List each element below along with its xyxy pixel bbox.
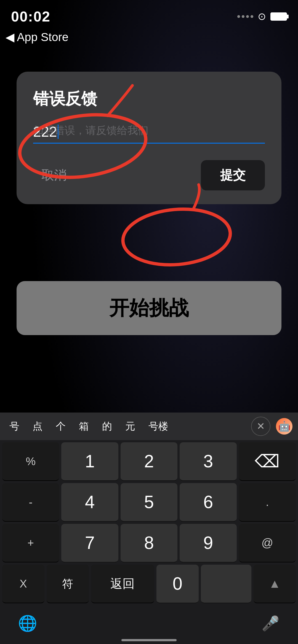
wifi-icon: ⊙ <box>258 11 266 22</box>
home-indicator <box>121 639 177 641</box>
suggestions-delete[interactable]: ✕ <box>251 417 270 436</box>
suggestion-items: 号 点 个 箱 的 元 号楼 <box>3 417 268 436</box>
key-2[interactable]: 2 <box>121 442 177 481</box>
suggestion-的[interactable]: 的 <box>95 417 119 436</box>
signal-dot <box>237 15 240 18</box>
signal-dots <box>237 15 253 18</box>
keyboard-rows: % 1 2 3 ⌫ - 4 5 <box>0 440 298 603</box>
key-7[interactable]: 7 <box>61 524 118 562</box>
key-space[interactable] <box>201 565 251 603</box>
cancel-button[interactable]: 取消 <box>33 161 75 189</box>
key-percent[interactable]: % <box>2 442 59 481</box>
input-container: 如遇错误，请反馈给我们 222 <box>33 123 265 144</box>
suggestion-个[interactable]: 个 <box>49 417 72 436</box>
signal-dot <box>251 15 253 18</box>
key-6[interactable]: 6 <box>180 483 236 522</box>
key-return[interactable]: 返回 <box>91 565 154 603</box>
key-1[interactable]: 1 <box>61 442 118 481</box>
key-plus[interactable]: + <box>2 524 59 562</box>
feedback-dialog: 错误反馈 如遇错误，请反馈给我们 222 取消 提交 <box>17 72 281 204</box>
key-at[interactable]: @ <box>239 524 296 562</box>
battery-icon <box>270 12 287 21</box>
status-icons: ⊙ <box>237 11 287 22</box>
back-button[interactable]: ◀ App Store <box>6 30 68 44</box>
key-dismiss[interactable]: ▲ <box>254 565 296 603</box>
key-4[interactable]: 4 <box>61 483 118 522</box>
key-row-4: X 符 返回 0 ▲ <box>2 565 296 603</box>
key-5[interactable]: 5 <box>121 483 177 522</box>
submit-button[interactable]: 提交 <box>201 160 265 190</box>
back-label: ◀ App Store <box>6 30 68 44</box>
key-symbols[interactable]: 符 <box>47 565 89 603</box>
globe-icon: 🌐 <box>18 614 37 632</box>
mic-icon: 🎤 <box>262 615 280 632</box>
suggestion-元[interactable]: 元 <box>119 417 142 436</box>
dialog-buttons: 取消 提交 <box>33 160 265 190</box>
key-period[interactable]: . <box>239 483 296 522</box>
globe-key[interactable]: 🌐 <box>17 612 39 634</box>
key-minus[interactable]: - <box>2 483 59 522</box>
suggestion-号[interactable]: 号 <box>3 417 26 436</box>
status-bar: 00:02 ⊙ <box>0 0 298 28</box>
suggestion-号楼[interactable]: 号楼 <box>142 417 175 436</box>
suggestion-点[interactable]: 点 <box>26 417 49 436</box>
input-placeholder: 如遇错误，请反馈给我们 <box>33 123 148 138</box>
keyboard-bottom: 🌐 🎤 <box>0 605 298 638</box>
key-row-2: - 4 5 6 . <box>2 483 296 522</box>
key-3[interactable]: 3 <box>180 442 236 481</box>
status-time: 00:02 <box>11 8 50 25</box>
signal-dot <box>246 15 249 18</box>
start-challenge-button[interactable]: 开始挑战 <box>17 281 281 335</box>
key-0[interactable]: 0 <box>156 565 199 603</box>
key-row-1: % 1 2 3 ⌫ <box>2 442 296 481</box>
keyboard: 号 点 个 箱 的 元 号楼 ✕ 🤖 % 1 2 3 <box>0 413 298 644</box>
dialog-title: 错误反馈 <box>33 88 265 110</box>
suggestion-箱[interactable]: 箱 <box>72 417 95 436</box>
signal-dot <box>242 15 244 18</box>
input-underline <box>33 143 265 144</box>
suggestions-row: 号 点 个 箱 的 元 号楼 ✕ 🤖 <box>0 413 298 440</box>
mic-key[interactable]: 🎤 <box>259 612 281 634</box>
key-x[interactable]: X <box>2 565 44 603</box>
start-challenge-label: 开始挑战 <box>109 297 189 319</box>
key-row-3: + 7 8 9 @ <box>2 524 296 562</box>
key-backspace[interactable]: ⌫ <box>239 442 296 481</box>
key-9[interactable]: 9 <box>180 524 236 562</box>
key-8[interactable]: 8 <box>121 524 177 562</box>
avatar-icon: 🤖 <box>276 418 292 435</box>
